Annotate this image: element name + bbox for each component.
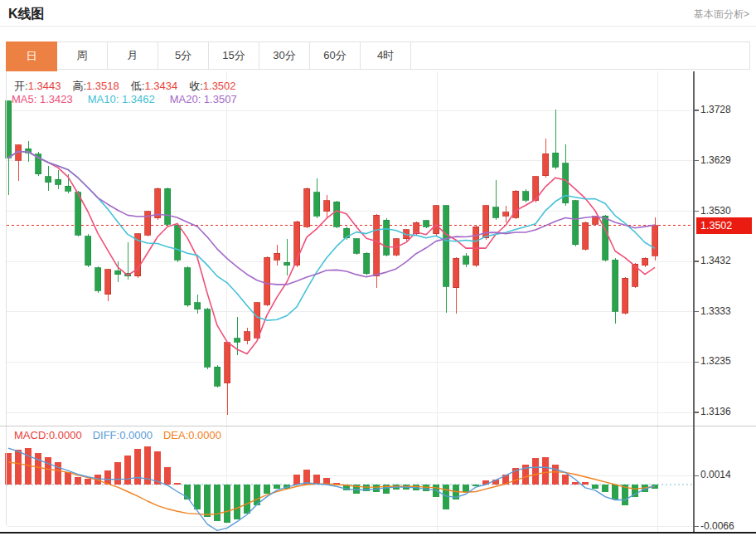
ma20-line (8, 152, 655, 285)
price-tick-label: 1.3432 (700, 255, 754, 266)
price-tick-label: 1.3530 (700, 205, 754, 217)
macd-tick-label: 0.0014 (700, 469, 754, 480)
legend-item: 高:1.3518 (72, 79, 119, 94)
last-price-tag: 1.3502 (696, 217, 752, 234)
legend-item: MA5: 1.3423 (12, 93, 73, 105)
price-tick-label: 1.3629 (700, 154, 754, 166)
price-tick-label: 1.3235 (700, 355, 754, 367)
macd-legend: MACD:0.0000DIFF:0.0000DEA:0.0000 (14, 429, 232, 441)
ma10-line (8, 152, 655, 321)
legend-item: DIFF:0.0000 (93, 429, 153, 441)
legend-item: DEA:0.0000 (163, 429, 221, 441)
legend-item: 低:1.3434 (131, 79, 177, 94)
diff-line (8, 448, 655, 530)
legend-item: 开:1.3443 (14, 79, 61, 94)
legend-item: MA10: 1.3462 (88, 93, 155, 105)
legend-item: MACD:0.0000 (14, 429, 82, 441)
ma-legend: MA5: 1.3423MA10: 1.3462MA20: 1.3507 (12, 93, 252, 105)
ohlc-legend: 开:1.3443高:1.3518低:1.3434收:1.3502 (14, 79, 248, 94)
legend-item: 收:1.3502 (189, 79, 235, 94)
legend-item: MA20: 1.3507 (170, 93, 237, 105)
price-tick-label: 1.3333 (700, 305, 754, 317)
price-tick-label: 1.3136 (700, 406, 754, 417)
price-tick-label: 1.3728 (700, 104, 754, 115)
macd-tick-label: -0.0066 (700, 520, 754, 532)
